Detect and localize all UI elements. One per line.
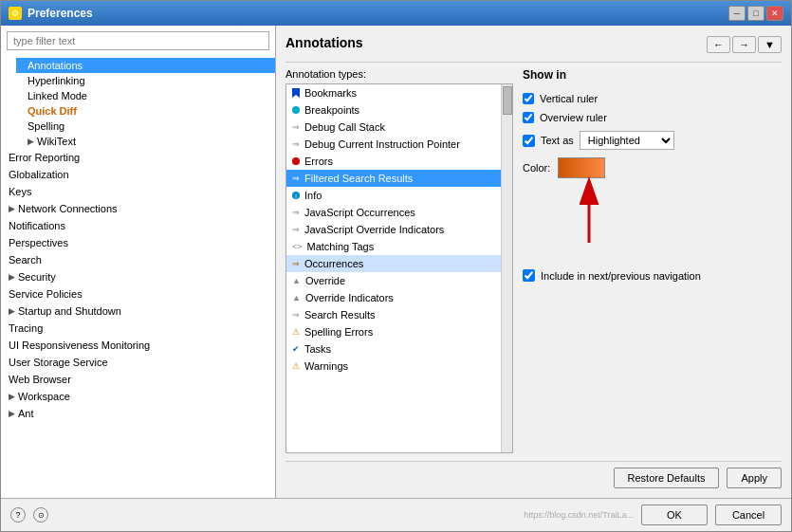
tree-item-service-policies[interactable]: Service Policies [1, 285, 275, 303]
help-icon[interactable]: ? [10, 507, 26, 523]
ann-item-filtered-search[interactable]: ⇒ Filtered Search Results [286, 170, 501, 187]
ann-item-override[interactable]: ▲ Override [286, 272, 501, 289]
tree-item-notifications[interactable]: Notifications [1, 217, 275, 234]
footer-bar: ? ⊙ https://blog.csdn.net/TraiLa... OK C… [1, 498, 791, 531]
ann-item-js-occurrences[interactable]: ⇒ JavaScript Occurrences [286, 204, 501, 221]
window-controls: ─ □ ✕ [728, 6, 783, 21]
scrollbar-thumb[interactable] [503, 86, 512, 115]
tree-item-error-reporting[interactable]: Error Reporting [1, 149, 275, 166]
overview-ruler-label: Overview ruler [540, 112, 607, 123]
tree-item-search[interactable]: Search [1, 251, 275, 268]
general-children: Annotations Hyperlinking Linked Mode Qui… [1, 58, 275, 149]
tree-item-annotations[interactable]: Annotations [16, 58, 275, 73]
tree-item-user-storage[interactable]: User Storage Service [1, 354, 275, 371]
annotation-types-label: Annotation types: [285, 68, 513, 80]
minimize-button[interactable]: ─ [728, 6, 746, 21]
info-icon: i [292, 192, 300, 199]
tree-item-quick-diff[interactable]: Quick Diff [16, 103, 275, 119]
tasks-icon: ✔ [292, 344, 300, 354]
annotation-list-container: Annotation types: Bookmarks Breakpo [285, 68, 513, 453]
arrow-container [523, 186, 782, 262]
vertical-ruler-label: Vertical ruler [540, 93, 598, 104]
tree-item-wikitext[interactable]: ▶ WikiText [16, 134, 275, 149]
left-panel: Annotations Hyperlinking Linked Mode Qui… [1, 26, 276, 498]
errors-icon [292, 157, 300, 165]
ann-item-info[interactable]: i Info [286, 187, 501, 204]
tree-item-globalization[interactable]: Globalization [1, 166, 275, 183]
color-row: Color: [523, 157, 782, 178]
ann-item-search-results[interactable]: ⇒ Search Results [286, 306, 501, 323]
ok-button[interactable]: OK [641, 504, 708, 525]
content-area: Annotation types: Bookmarks Breakpo [285, 68, 782, 453]
spelling-errors-icon: ⚠ [292, 327, 300, 337]
toolbar-dropdown-button[interactable]: ▼ [758, 36, 782, 53]
ann-item-breakpoints[interactable]: Breakpoints [286, 101, 501, 119]
restore-button[interactable]: □ [747, 6, 764, 21]
include-checkbox[interactable] [523, 269, 535, 282]
ann-item-js-override[interactable]: ⇒ JavaScript Override Indicators [286, 221, 501, 238]
tree-container: Annotations Hyperlinking Linked Mode Qui… [1, 56, 275, 498]
ann-item-occurrences[interactable]: ⇒ Occurrences [286, 255, 501, 272]
ann-item-debug-instruction[interactable]: ⇒ Debug Current Instruction Pointer [286, 136, 501, 153]
restore-defaults-button[interactable]: Restore Defaults [614, 468, 720, 488]
matching-tags-icon: <> [292, 242, 303, 251]
footer-icons: ? ⊙ [10, 507, 48, 523]
preferences-icon: ⚙ [9, 7, 22, 20]
ann-item-override-indicators[interactable]: ▲ Override Indicators [286, 289, 501, 306]
toolbar-forward-button[interactable]: → [732, 36, 756, 53]
show-in-panel: Show in Vertical ruler Overview ruler Te… [523, 68, 782, 453]
tree-item-tracing[interactable]: Tracing [1, 320, 275, 337]
text-as-row: Text as Highlighted Box Underline None [523, 131, 782, 150]
tree-item-linked-mode[interactable]: Linked Mode [16, 88, 275, 103]
tree-item-startup-shutdown[interactable]: ▶ Startup and Shutdown [1, 303, 275, 320]
tree-item-perspectives[interactable]: Perspectives [1, 234, 275, 251]
include-label: Include in next/previous navigation [541, 270, 701, 282]
tree-item-web-browser[interactable]: Web Browser [1, 371, 275, 388]
ann-item-debug-call-stack[interactable]: ⇒ Debug Call Stack [286, 119, 501, 136]
ann-item-matching-tags[interactable]: <> Matching Tags [286, 238, 501, 255]
vertical-ruler-checkbox[interactable] [523, 93, 534, 104]
title-bar-left: ⚙ Preferences [9, 7, 93, 20]
ann-item-warnings[interactable]: ⚠ Warnings [286, 358, 501, 375]
panel-title: Annotations [285, 35, 363, 50]
text-as-select[interactable]: Highlighted Box Underline None [580, 131, 674, 150]
dialog-title: Preferences [28, 7, 93, 20]
annotation-list-scrollbar[interactable] [501, 84, 512, 452]
tree-item-keys[interactable]: Keys [1, 183, 275, 200]
override-icon: ▲ [292, 276, 301, 285]
tree-item-workspace[interactable]: ▶ Workspace [1, 388, 275, 405]
vertical-ruler-row: Vertical ruler [523, 93, 782, 104]
preferences-dialog: ⚙ Preferences ─ □ ✕ Annotations Hyperlin… [0, 0, 792, 532]
ann-item-bookmarks[interactable]: Bookmarks [286, 84, 501, 101]
text-as-label: Text as [541, 135, 574, 146]
tree-item-spelling[interactable]: Spelling [16, 119, 275, 134]
annotation-list-scroll: Bookmarks Breakpoints ⇒ Debug Call Stack [285, 83, 513, 453]
occurrences-icon: ⇒ [292, 259, 300, 268]
overview-ruler-checkbox[interactable] [523, 112, 534, 123]
toolbar-back-button[interactable]: ← [707, 36, 730, 53]
color-label: Color: [523, 162, 550, 174]
filter-input[interactable] [7, 31, 269, 50]
cancel-button[interactable]: Cancel [715, 504, 782, 525]
show-in-title: Show in [523, 68, 782, 82]
debug-instruction-icon: ⇒ [292, 139, 300, 149]
info-footer-icon[interactable]: ⊙ [33, 507, 48, 523]
annotation-list: Bookmarks Breakpoints ⇒ Debug Call Stack [286, 84, 501, 452]
ann-item-tasks[interactable]: ✔ Tasks [286, 340, 501, 358]
text-as-checkbox[interactable] [523, 135, 535, 147]
js-override-icon: ⇒ [292, 225, 300, 234]
bookmark-icon [292, 88, 300, 98]
ann-item-errors[interactable]: Errors [286, 153, 501, 170]
apply-button[interactable]: Apply [727, 468, 782, 488]
tree-item-ui-responsiveness[interactable]: UI Responsiveness Monitoring [1, 337, 275, 354]
ann-item-spelling-errors[interactable]: ⚠ Spelling Errors [286, 323, 501, 340]
tree-item-ant[interactable]: ▶ Ant [1, 405, 275, 422]
close-button[interactable]: ✕ [766, 6, 783, 21]
breakpoint-icon [292, 106, 300, 114]
debug-callstack-icon: ⇒ [292, 122, 300, 132]
tree-item-hyperlinking[interactable]: Hyperlinking [16, 73, 275, 88]
tree-item-network-connections[interactable]: ▶ Network Connections [1, 200, 275, 217]
tree-item-security[interactable]: ▶ Security [1, 268, 275, 285]
panel-toolbar: ← → ▼ [707, 36, 782, 53]
color-swatch[interactable] [558, 157, 605, 178]
